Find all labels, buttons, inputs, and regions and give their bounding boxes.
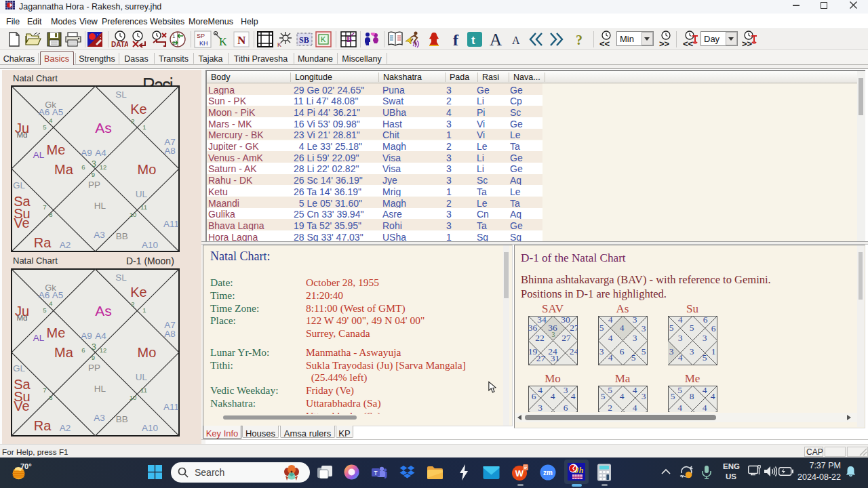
svg-text:3: 3 (703, 333, 707, 343)
svg-text:t: t (471, 34, 475, 47)
svg-text:W: W (515, 468, 524, 479)
svg-text:4: 4 (608, 316, 613, 325)
svg-text:31: 31 (551, 353, 560, 363)
svg-text:zm: zm (543, 469, 553, 476)
svg-text:SP: SP (197, 33, 205, 39)
svg-text:K: K (277, 41, 281, 48)
svg-text:3: 3 (633, 316, 637, 325)
svg-text:5: 5 (671, 391, 675, 401)
svg-text:4: 4 (678, 352, 683, 363)
svg-text:4: 4 (538, 386, 542, 395)
svg-text:4: 4 (711, 391, 715, 401)
svg-text:6: 6 (532, 391, 536, 401)
svg-text:1: 1 (172, 33, 176, 39)
svg-text:6: 6 (703, 316, 708, 325)
svg-text:4: 4 (608, 333, 613, 343)
svg-text:A: A (512, 35, 520, 46)
svg-text:4: 4 (608, 352, 613, 363)
svg-text:4: 4 (678, 316, 683, 325)
svg-text:4: 4 (703, 403, 707, 412)
svg-text:5: 5 (669, 323, 674, 333)
svg-text:5: 5 (642, 346, 646, 357)
svg-text:4: 4 (677, 403, 682, 412)
svg-text:DATA: DATA (111, 41, 128, 48)
svg-text:A: A (490, 30, 502, 48)
svg-text:5: 5 (631, 352, 636, 363)
svg-text:3: 3 (538, 403, 542, 412)
svg-text:5: 5 (677, 386, 682, 395)
svg-text:?: ? (576, 33, 583, 47)
svg-text:3: 3 (669, 346, 674, 357)
svg-text:8: 8 (690, 391, 694, 401)
svg-text:5: 5 (599, 323, 604, 333)
svg-text:5: 5 (690, 323, 694, 333)
svg-text:2: 2 (608, 403, 612, 412)
svg-text:27: 27 (570, 323, 578, 333)
svg-text:4: 4 (633, 403, 637, 412)
svg-text:36: 36 (528, 323, 538, 333)
svg-text:3: 3 (678, 333, 683, 343)
svg-text:<<: << (599, 39, 610, 48)
svg-text:3: 3 (564, 386, 568, 395)
svg-text:6: 6 (620, 346, 625, 357)
svg-text:T: T (374, 470, 378, 476)
svg-text:>>: >> (659, 39, 670, 48)
svg-text:KH: KH (199, 40, 208, 47)
svg-text:4: 4 (633, 386, 637, 395)
svg-text:4: 4 (703, 386, 707, 395)
svg-text:4: 4 (620, 391, 625, 401)
svg-text:3: 3 (642, 391, 646, 401)
svg-text:27: 27 (561, 333, 571, 343)
svg-text:f: f (453, 31, 459, 48)
svg-text:22: 22 (535, 333, 545, 343)
svg-text:6: 6 (564, 403, 568, 412)
svg-text:24: 24 (570, 346, 578, 357)
svg-text:5: 5 (703, 352, 707, 363)
svg-text:3: 3 (599, 346, 604, 357)
svg-text:Jh: Jh (574, 466, 584, 475)
svg-text:4: 4 (620, 323, 625, 333)
svg-text:>>: >> (742, 39, 753, 48)
svg-text:5: 5 (601, 391, 606, 401)
svg-text:3: 3 (633, 333, 637, 343)
svg-text:<<: << (683, 39, 694, 48)
svg-text:4: 4 (571, 391, 576, 401)
svg-text:27: 27 (536, 353, 546, 363)
svg-text:SB: SB (299, 35, 309, 45)
svg-text:1: 1 (711, 346, 716, 357)
svg-text:3: 3 (642, 323, 646, 333)
svg-text:30: 30 (561, 316, 570, 325)
svg-text:4: 4 (551, 391, 555, 401)
svg-text:K: K (219, 36, 227, 47)
svg-text:N: N (237, 34, 246, 47)
svg-text:K: K (321, 35, 326, 43)
svg-text:34: 34 (537, 316, 547, 325)
svg-text:3: 3 (690, 346, 694, 357)
svg-text:6: 6 (711, 323, 716, 333)
svg-text:5: 5 (608, 386, 612, 395)
svg-text:3: 3 (552, 331, 555, 338)
